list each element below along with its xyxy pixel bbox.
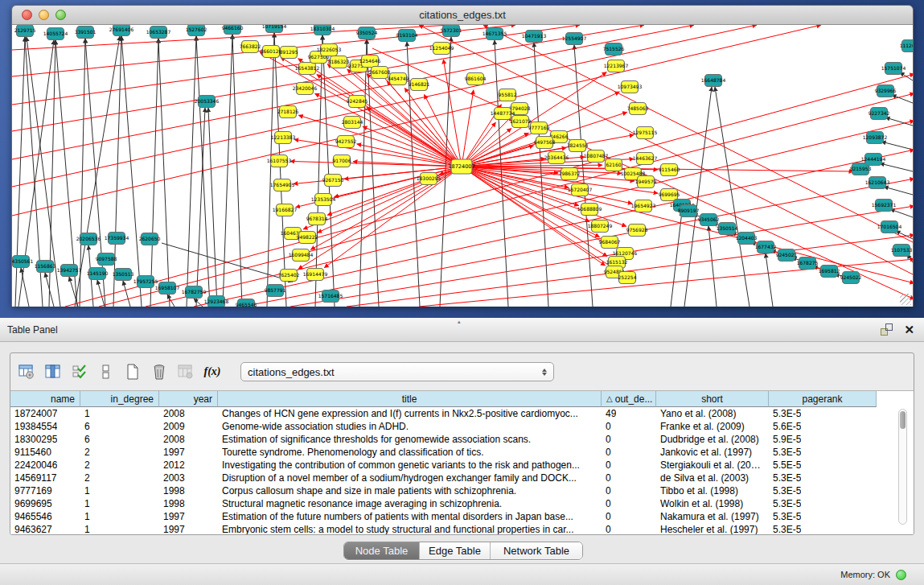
minimize-window-icon[interactable]: [39, 10, 49, 20]
table-cell[interactable]: 0: [602, 497, 656, 510]
column-header-out_de[interactable]: △out_de...: [602, 391, 656, 407]
network-node[interactable]: 1350514: [717, 223, 738, 235]
network-node[interactable]: 10719154: [262, 25, 287, 33]
network-edge[interactable]: [196, 108, 205, 307]
table-row[interactable]: 969969511998Structural magnetic resonanc…: [10, 497, 914, 510]
network-node[interactable]: 1677432: [755, 241, 777, 253]
network-node[interactable]: 23420046: [293, 83, 318, 95]
network-node[interactable]: 16210643: [865, 177, 890, 189]
table-cell[interactable]: Changes of HCN gene expression and I(f) …: [218, 407, 602, 420]
network-edge[interactable]: [113, 36, 121, 307]
table-cell[interactable]: Tourette syndrome. Phenomenology and cla…: [218, 446, 602, 459]
network-node[interactable]: 16543812: [295, 63, 320, 75]
table-cell[interactable]: 5.3E-5: [769, 497, 877, 510]
network-edge[interactable]: [890, 209, 913, 217]
network-edge[interactable]: [99, 93, 913, 307]
network-node[interactable]: 7663822: [240, 41, 261, 53]
table-cell[interactable]: 1997: [159, 523, 218, 535]
network-node[interactable]: 7625402: [278, 270, 300, 282]
network-node[interactable]: 18300295: [417, 173, 441, 185]
network-edge[interactable]: [881, 142, 913, 150]
network-node[interactable]: 13942757: [57, 265, 82, 277]
tab-network-table[interactable]: Network Table: [490, 542, 582, 559]
network-node[interactable]: 12213383: [271, 132, 296, 144]
network-node[interactable]: 9498222: [297, 232, 318, 244]
table-cell[interactable]: 2003: [159, 472, 218, 484]
network-node[interactable]: 9756928: [626, 225, 648, 237]
table-row[interactable]: 977716911998Corpus callosum shape and si…: [10, 484, 914, 497]
table-row[interactable]: 1456911722003Disruption of a novel membe…: [10, 472, 914, 484]
table-cell[interactable]: 5.9E-5: [769, 433, 877, 446]
table-cell[interactable]: 5.3E-5: [769, 446, 877, 459]
delete-table-button[interactable]: [150, 362, 169, 381]
network-edge[interactable]: [462, 90, 474, 167]
network-node[interactable]: 8193104: [396, 30, 418, 42]
network-node[interactable]: 9350524: [356, 27, 378, 39]
table-cell[interactable]: 1: [80, 484, 159, 497]
table-cell[interactable]: 18724007: [10, 407, 80, 420]
network-node[interactable]: 7485063: [627, 103, 649, 115]
network-node[interactable]: 1145190: [87, 268, 109, 280]
table-cell[interactable]: 1: [80, 523, 159, 535]
network-node[interactable]: 9466160: [222, 25, 244, 35]
network-node[interactable]: 9684067: [599, 237, 621, 249]
network-node[interactable]: 17654905: [270, 179, 295, 192]
table-cell[interactable]: Wolkin et al. (1998): [656, 497, 769, 510]
table-cell[interactable]: Genome-wide association studies in ADHD.: [218, 420, 602, 433]
network-node[interactable]: 9242845: [347, 96, 368, 108]
network-node[interactable]: 2129715: [14, 25, 36, 37]
network-node[interactable]: 9345062: [698, 214, 720, 226]
network-node[interactable]: 5572301: [441, 25, 462, 37]
network-node[interactable]: 16107553: [267, 155, 292, 167]
table-cell[interactable]: 49: [602, 407, 656, 420]
table-cell[interactable]: 2012: [159, 459, 218, 472]
zoom-window-icon[interactable]: [55, 10, 66, 20]
network-edge[interactable]: [69, 277, 78, 307]
column-header-in_degree[interactable]: in_degree: [80, 391, 159, 407]
table-cell[interactable]: 14569117: [10, 472, 80, 484]
network-edge[interactable]: [335, 167, 462, 197]
network-edge[interactable]: [121, 36, 142, 307]
network-node[interactable]: 1156863: [35, 261, 56, 273]
network-edge[interactable]: [274, 33, 286, 307]
table-cell[interactable]: 6: [80, 420, 159, 433]
new-table-button[interactable]: [123, 362, 142, 381]
table-cell[interactable]: 2: [80, 446, 159, 459]
network-edge[interactable]: [223, 35, 232, 307]
network-node[interactable]: 62160: [606, 159, 622, 171]
network-node[interactable]: 1107533: [891, 245, 913, 257]
show-columns-button[interactable]: [43, 362, 63, 381]
table-cell[interactable]: 9463627: [10, 523, 80, 535]
table-row[interactable]: 946554611997Estimation of the future num…: [10, 510, 914, 523]
network-node[interactable]: 18310304: [310, 25, 335, 35]
table-cell[interactable]: 2008: [159, 407, 218, 420]
network-node[interactable]: 19654923: [631, 200, 656, 212]
network-window-titlebar[interactable]: citations_edges.txt: [12, 6, 913, 25]
network-node[interactable]: 27691406: [109, 25, 134, 36]
network-node[interactable]: 14055724: [43, 28, 68, 40]
network-node[interactable]: 917006: [333, 155, 351, 167]
close-window-icon[interactable]: [22, 10, 32, 20]
network-node[interactable]: 14463627: [633, 153, 658, 165]
table-cell[interactable]: de Silva et al. (2003): [656, 472, 769, 484]
table-cell[interactable]: 1997: [159, 510, 218, 523]
column-header-name[interactable]: name: [10, 391, 80, 407]
function-builder-button[interactable]: f(x): [203, 362, 222, 381]
network-edge[interactable]: [150, 39, 158, 307]
merge-cells-button[interactable]: [97, 362, 116, 381]
table-cell[interactable]: Stergiakouli et al. (2012): [656, 459, 769, 472]
table-row[interactable]: 1872400712008Changes of HCN gene express…: [10, 407, 914, 420]
network-node[interactable]: 14350561: [12, 256, 33, 268]
network-edge[interactable]: [187, 36, 196, 307]
network-edge[interactable]: [123, 281, 130, 307]
table-row[interactable]: 946362711997Embryonic stem cells: a mode…: [10, 523, 914, 535]
network-node[interactable]: 18226053: [317, 44, 342, 56]
network-node[interactable]: 1678275: [797, 257, 819, 270]
table-cell[interactable]: Tibbo et al. (1998): [656, 484, 769, 497]
table-cell[interactable]: Corpus callosum shape and size in male p…: [218, 484, 602, 497]
network-edge[interactable]: [267, 33, 274, 307]
row-selection-button[interactable]: [70, 362, 89, 381]
network-node[interactable]: 3824554: [567, 140, 589, 152]
table-cell[interactable]: 0: [602, 433, 656, 446]
network-node[interactable]: 20206536: [76, 233, 101, 245]
